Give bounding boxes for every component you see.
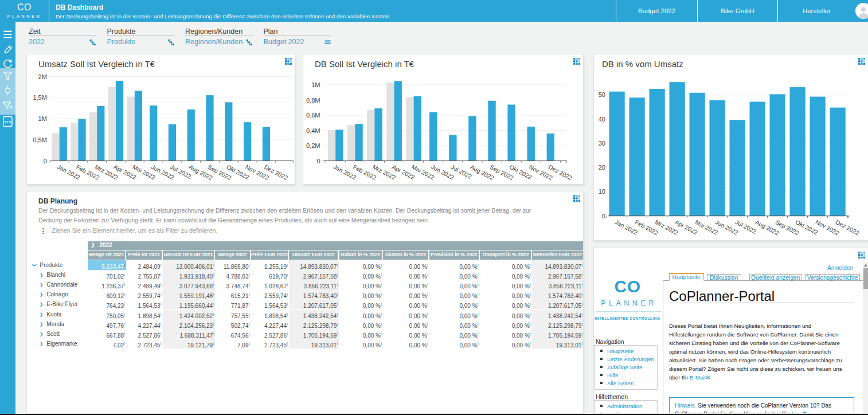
svg-text:0,5M: 0,5M <box>33 136 46 143</box>
svg-text:20: 20 <box>599 164 605 171</box>
svg-text:2M: 2M <box>38 73 47 80</box>
svg-text:0,8M: 0,8M <box>306 97 320 104</box>
svg-text:30: 30 <box>599 140 605 147</box>
svg-text:0,6M: 0,6M <box>306 112 320 119</box>
svg-text:DB in % vom Umsatz: DB in % vom Umsatz <box>602 59 683 69</box>
svg-text:40: 40 <box>599 116 605 123</box>
svg-text:XLS: XLS <box>5 120 11 124</box>
svg-text:0: 0 <box>316 158 320 165</box>
svg-text:1M: 1M <box>38 115 47 122</box>
svg-text:1M: 1M <box>311 81 320 88</box>
svg-text:50: 50 <box>599 91 605 98</box>
svg-text:Umsatz Soll Ist Vergleich in T: Umsatz Soll Ist Vergleich in T€ <box>38 59 155 69</box>
svg-text:0: 0 <box>602 213 605 220</box>
svg-text:1,5M: 1,5M <box>33 94 46 101</box>
svg-text:0,2M: 0,2M <box>306 142 320 149</box>
svg-text:DB Soll Ist Vergleich in T€: DB Soll Ist Vergleich in T€ <box>315 59 415 69</box>
svg-text:10: 10 <box>599 188 605 195</box>
svg-text:0,4M: 0,4M <box>306 127 320 134</box>
svg-text:0: 0 <box>44 158 47 165</box>
svg-text:Apr 2022: Apr 2022 <box>674 218 699 236</box>
